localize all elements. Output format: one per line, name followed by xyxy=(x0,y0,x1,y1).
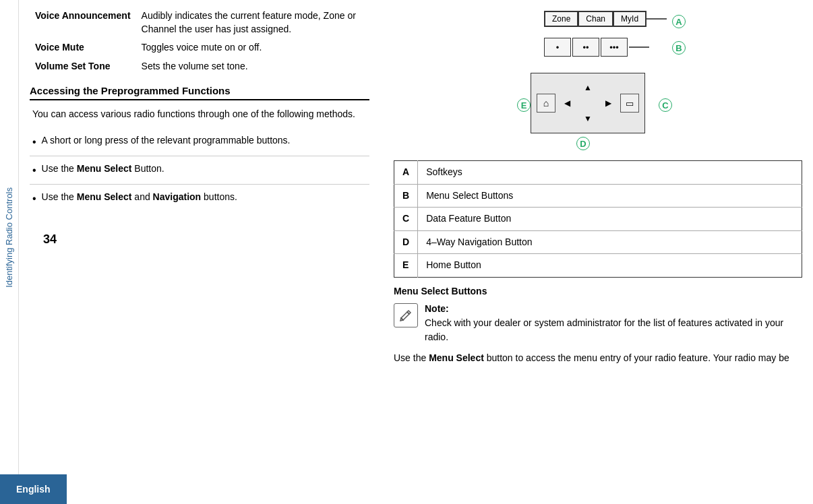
ref-row-b: B Menu Select Buttons xyxy=(394,184,802,208)
def-term-volume-set-tone: Volume Set Tone xyxy=(30,57,136,76)
bullet-list: • A short or long press of the relevant … xyxy=(30,128,369,212)
bold-menu-select-2: Menu Select xyxy=(77,191,132,202)
screen-icon: ▭ xyxy=(626,98,634,108)
menu-select-btn-3: ••• xyxy=(601,38,628,57)
note-box: Note: Check with your dealer or system a… xyxy=(394,302,802,344)
menu-select-body-text: Use the Menu Select button to access the… xyxy=(394,351,802,365)
language-label: English xyxy=(16,484,51,495)
diagram-label-a: A xyxy=(672,15,686,28)
footer: English xyxy=(0,474,813,504)
bold-navigation: Navigation xyxy=(153,191,202,202)
home-icon: ⌂ xyxy=(543,98,549,108)
data-feature-button: ▭ xyxy=(620,94,639,113)
bold-menu-select-1: Menu Select xyxy=(77,163,132,174)
diagram-label-b: B xyxy=(672,41,686,55)
language-tab[interactable]: English xyxy=(0,474,67,504)
nav-left-arrow: ◀ xyxy=(564,98,570,108)
ref-value-b: Menu Select Buttons xyxy=(418,184,802,208)
softkey-zone: Zone xyxy=(545,11,578,26)
ref-row-c: C Data Feature Button xyxy=(394,208,802,231)
bullet-marker-1: • xyxy=(32,134,36,150)
radio-diagram: Zone Chan MyId A • •• ••• xyxy=(504,5,692,154)
softkey-myid: MyId xyxy=(613,11,646,26)
bullet-marker-3: • xyxy=(32,191,36,207)
home-button: ⌂ xyxy=(537,94,555,113)
def-desc-voice-announcement: Audibly indicates the current feature mo… xyxy=(136,7,369,38)
def-desc-voice-mute: Toggles voice mute on or off. xyxy=(136,38,369,57)
bullet-text-3: Use the Menu Select and Navigation butto… xyxy=(42,190,237,204)
ref-key-e: E xyxy=(394,254,418,278)
nav-down-arrow: ▼ xyxy=(584,114,592,123)
ref-value-d: 4–Way Navigation Button xyxy=(418,230,802,254)
nav-outer-box: ⌂ ▲ ▼ ◀ ▶ ▭ xyxy=(531,73,645,133)
ref-value-a: Softkeys xyxy=(418,161,802,185)
diagram-label-d: D xyxy=(576,137,590,150)
ref-value-c: Data Feature Button xyxy=(418,208,802,231)
bold-menu-select-body: Menu Select xyxy=(429,352,484,363)
section-intro: You can access various radio functions t… xyxy=(30,107,369,121)
bullet-text-1: A short or long press of the relevant pr… xyxy=(42,133,291,148)
bullet-item-2: • Use the Menu Select Button. xyxy=(30,156,369,185)
nav-inner-box: ▲ ▼ ◀ ▶ xyxy=(564,83,611,123)
definition-table: Voice Announcement Audibly indicates the… xyxy=(30,7,369,75)
menu-select-btn-2: •• xyxy=(572,38,599,57)
diagram-label-e: E xyxy=(517,98,531,112)
bullet-marker-2: • xyxy=(32,162,36,179)
def-term-voice-mute: Voice Mute xyxy=(30,38,136,57)
menu-select-row: • •• ••• xyxy=(544,38,649,57)
definition-row-volume-set-tone: Volume Set Tone Sets the volume set tone… xyxy=(30,57,369,76)
ref-key-a: A xyxy=(394,161,418,185)
ref-table: A Softkeys B Menu Select Buttons C Data … xyxy=(394,160,802,278)
def-term-voice-announcement: Voice Announcement xyxy=(30,7,136,38)
right-column: Zone Chan MyId A • •• ••• xyxy=(383,0,813,474)
main-content: Identifying Radio Controls Voice Announc… xyxy=(0,0,813,474)
softkey-chan: Chan xyxy=(578,11,613,26)
ref-row-d: D 4–Way Navigation Button xyxy=(394,230,802,254)
nav-cluster-wrapper: ⌂ ▲ ▼ ◀ ▶ ▭ xyxy=(531,73,645,133)
def-desc-volume-set-tone: Sets the volume set tone. xyxy=(136,57,369,76)
ref-key-c: C xyxy=(394,208,418,231)
menu-select-heading: Menu Select Buttons xyxy=(394,286,802,296)
ref-value-e: Home Button xyxy=(418,254,802,278)
ref-row-e: E Home Button xyxy=(394,254,802,278)
page-number-area: 34 xyxy=(30,212,369,251)
bullet-item-1: • A short or long press of the relevant … xyxy=(30,128,369,156)
ref-key-b: B xyxy=(394,184,418,208)
definition-row-voice-announcement: Voice Announcement Audibly indicates the… xyxy=(30,7,369,38)
ref-row-a: A Softkeys xyxy=(394,161,802,185)
note-content: Note: Check with your dealer or system a… xyxy=(425,302,802,344)
note-icon xyxy=(394,303,418,327)
note-label: Note: xyxy=(425,303,449,314)
left-column: Voice Announcement Audibly indicates the… xyxy=(19,0,383,474)
pencil-icon xyxy=(399,309,413,322)
nav-up-arrow: ▲ xyxy=(584,83,592,92)
diagram-label-c: C xyxy=(659,98,672,112)
bullet-text-2: Use the Menu Select Button. xyxy=(42,162,164,176)
nav-right-arrow: ▶ xyxy=(605,98,611,108)
definition-row-voice-mute: Voice Mute Toggles voice mute on or off. xyxy=(30,38,369,57)
sidebar-label: Identifying Radio Controls xyxy=(4,187,14,288)
sidebar: Identifying Radio Controls xyxy=(0,0,19,474)
page-number: 34 xyxy=(43,232,57,247)
menu-select-btn-1: • xyxy=(544,38,571,57)
bullet-item-3: • Use the Menu Select and Navigation but… xyxy=(30,185,369,212)
ref-key-d: D xyxy=(394,230,418,254)
section-heading: Accessing the Preprogrammed Functions xyxy=(30,85,369,100)
note-text: Check with your dealer or system adminis… xyxy=(425,317,783,342)
softkeys-row: Zone Chan MyId xyxy=(544,11,667,27)
